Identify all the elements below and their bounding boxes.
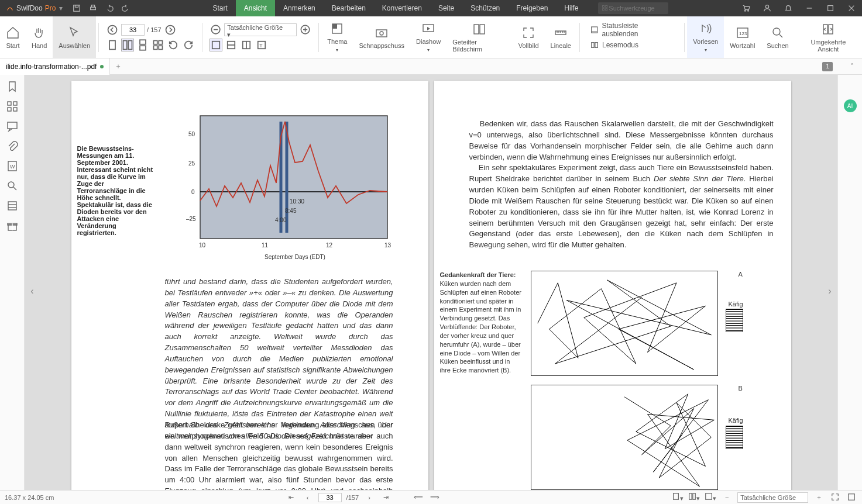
ai-assistant-icon[interactable]: AI bbox=[844, 99, 857, 112]
status-layout3-icon[interactable]: ▾ bbox=[705, 492, 716, 502]
ribbon-start[interactable]: Start bbox=[0, 16, 26, 58]
ribbon-fullscreen[interactable]: Vollbild bbox=[513, 16, 545, 58]
svg-text:11: 11 bbox=[262, 242, 269, 248]
page-next-icon[interactable] bbox=[164, 23, 177, 36]
bell-icon[interactable] bbox=[778, 0, 799, 16]
layers-icon[interactable] bbox=[6, 200, 18, 212]
ribbon-rulers[interactable]: Lineale bbox=[545, 16, 577, 58]
ribbon-reverse[interactable]: Umgekehrte Ansicht bbox=[795, 16, 862, 58]
comments-icon[interactable] bbox=[6, 120, 18, 132]
status-zoom-out-icon[interactable]: − bbox=[721, 494, 733, 501]
menu-freigeben[interactable]: Freigeben bbox=[508, 0, 556, 16]
svg-rect-23 bbox=[159, 40, 162, 44]
menu-start[interactable]: Start bbox=[204, 0, 235, 16]
zoom-out-icon[interactable] bbox=[210, 23, 222, 36]
ribbon-read-aloud[interactable]: Vorlesen▾ bbox=[687, 16, 724, 58]
ribbon-snapshot[interactable]: Schnappschuss bbox=[353, 16, 410, 58]
first-page-icon[interactable]: ⇤ bbox=[286, 493, 297, 501]
svg-rect-62 bbox=[13, 108, 17, 111]
fit-actual-icon[interactable]: T bbox=[255, 39, 268, 51]
fit-page-icon[interactable] bbox=[210, 39, 222, 51]
status-zoom-select[interactable]: Tatsächliche Größe bbox=[737, 492, 808, 503]
user-icon[interactable] bbox=[757, 0, 778, 16]
last-page-icon[interactable]: ⇥ bbox=[380, 493, 391, 501]
print-icon[interactable] bbox=[85, 0, 101, 16]
undo-icon[interactable] bbox=[101, 0, 118, 16]
thumbnails-icon[interactable] bbox=[6, 101, 18, 112]
status-zoom-in-icon[interactable]: ＋ bbox=[813, 493, 825, 502]
search-side-icon[interactable] bbox=[6, 180, 18, 192]
ribbon-hide-status[interactable]: Statusleiste ausblenden bbox=[587, 24, 677, 36]
redo-icon[interactable] bbox=[118, 0, 134, 16]
status-fit-icon[interactable] bbox=[846, 493, 857, 502]
layout-two-icon[interactable] bbox=[121, 39, 134, 51]
svg-text:W: W bbox=[10, 164, 15, 170]
close-icon[interactable] bbox=[841, 0, 862, 16]
menu-bearbeiten[interactable]: Bearbeiten bbox=[324, 0, 374, 16]
cart-icon[interactable] bbox=[736, 0, 757, 16]
svg-text:25: 25 bbox=[188, 160, 195, 167]
rotate-ccw-icon[interactable] bbox=[182, 39, 195, 51]
cage-box-a bbox=[726, 309, 743, 332]
rotate-cw-icon[interactable] bbox=[167, 39, 180, 51]
svg-rect-24 bbox=[154, 46, 157, 49]
fit-width-icon[interactable] bbox=[225, 39, 238, 51]
status-page-input[interactable] bbox=[318, 493, 342, 502]
minimize-icon[interactable] bbox=[799, 0, 820, 16]
ribbon-theme[interactable]: Thema▾ bbox=[321, 16, 353, 58]
ribbon-wordcount[interactable]: 123Wortzahl bbox=[724, 16, 761, 58]
svg-rect-68 bbox=[8, 202, 16, 210]
tab-active[interactable]: ilide.info-transformation-...pdf bbox=[0, 58, 110, 75]
zoom-select[interactable]: Tatsächliche Größe ▾ bbox=[224, 23, 297, 36]
page-input[interactable] bbox=[121, 24, 145, 36]
ribbon-select[interactable]: Auswählen bbox=[53, 16, 96, 58]
document-viewer[interactable]: ‹ Die Bewusstseins-Messungen am 11. Sept… bbox=[25, 75, 837, 490]
next-page-icon[interactable]: › bbox=[363, 494, 375, 501]
word-icon[interactable]: W bbox=[6, 160, 18, 172]
view-fwd-icon[interactable]: ⟹ bbox=[429, 493, 441, 501]
status-layout1-icon[interactable]: ▾ bbox=[672, 492, 684, 502]
menu-anmerken[interactable]: Anmerken bbox=[275, 0, 324, 16]
save-icon[interactable] bbox=[68, 0, 85, 16]
menu-schuetzen[interactable]: Schützen bbox=[462, 0, 508, 16]
view-back-icon[interactable]: ⟸ bbox=[413, 493, 424, 501]
svg-point-16 bbox=[166, 25, 174, 34]
layout-single-icon[interactable] bbox=[106, 39, 119, 51]
menu-hilfe[interactable]: Hilfe bbox=[556, 0, 586, 16]
svg-point-15 bbox=[108, 25, 117, 34]
page-prev-icon[interactable] bbox=[106, 23, 119, 36]
ribbon-hand[interactable]: Hand bbox=[26, 16, 53, 58]
svg-rect-39 bbox=[332, 24, 337, 29]
status-layout2-icon[interactable]: ▾ bbox=[688, 492, 700, 502]
ribbon-slideshow[interactable]: Diashow▾ bbox=[410, 16, 447, 58]
right-caption: Gedankenkraft der Tiere: Küken wurden na… bbox=[440, 271, 522, 375]
menu-ansicht[interactable]: Ansicht bbox=[236, 0, 275, 16]
maximize-icon[interactable] bbox=[820, 0, 841, 16]
zoom-in-icon[interactable] bbox=[299, 23, 311, 36]
tool-search-input[interactable] bbox=[609, 5, 661, 12]
fit-height-icon[interactable] bbox=[240, 39, 253, 51]
bookmark-icon[interactable] bbox=[6, 81, 18, 92]
layout-cont-icon[interactable] bbox=[136, 39, 149, 51]
collapse-ribbon-icon[interactable]: ˄ bbox=[850, 63, 862, 71]
layout-grid-icon[interactable] bbox=[152, 39, 164, 51]
svg-rect-4 bbox=[603, 6, 605, 8]
nav-next-icon[interactable]: › bbox=[825, 282, 835, 300]
ribbon-read-mode[interactable]: Lesemodus bbox=[587, 39, 677, 51]
page-right: Bedenken wir, dass das Rauschen Skalarwe… bbox=[434, 81, 791, 490]
menu-seite[interactable]: Seite bbox=[430, 0, 462, 16]
svg-rect-25 bbox=[159, 46, 162, 49]
status-fullscreen-icon[interactable] bbox=[829, 493, 841, 502]
cage-box-b bbox=[726, 426, 743, 449]
tool-search[interactable] bbox=[598, 2, 668, 14]
add-tab-icon[interactable]: ＋ bbox=[110, 61, 126, 71]
ribbon-split[interactable]: Geteilter Bildschirm bbox=[447, 16, 512, 58]
nav-prev-icon[interactable]: ‹ bbox=[27, 282, 37, 300]
prev-page-icon[interactable]: ‹ bbox=[302, 494, 314, 501]
svg-rect-21 bbox=[140, 46, 146, 50]
menu-konvertieren[interactable]: Konvertieren bbox=[374, 0, 430, 16]
gift-icon[interactable] bbox=[6, 220, 18, 232]
ribbon-search[interactable]: Suchen bbox=[761, 16, 794, 58]
attachments-icon[interactable] bbox=[6, 140, 18, 152]
app-name: SwifDoo bbox=[16, 4, 43, 12]
